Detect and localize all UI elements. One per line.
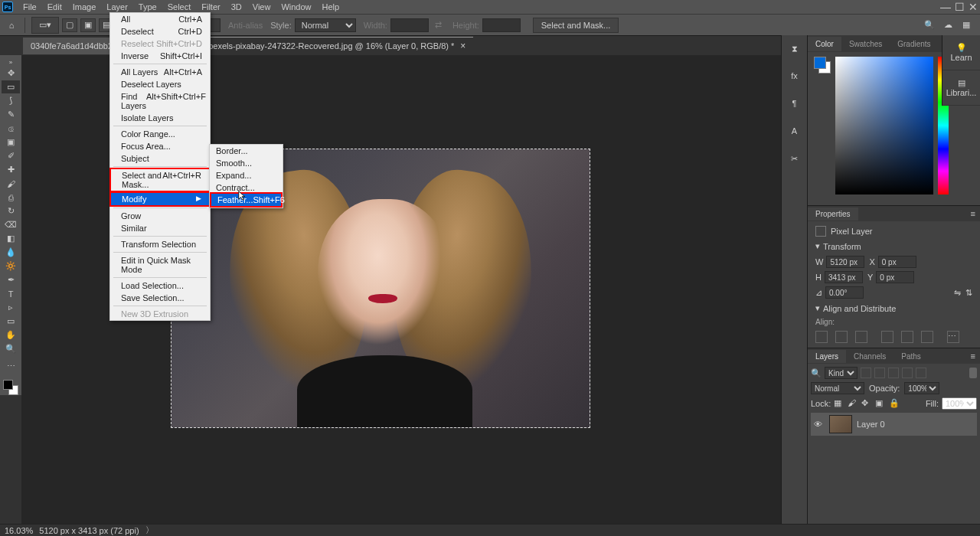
close-icon[interactable]: × (460, 41, 466, 51)
stamp-tool-icon[interactable]: ⎙ (2, 191, 20, 204)
paragraph-icon[interactable]: ¶ (788, 96, 802, 110)
menu-item-color-range-[interactable]: Color Range... (110, 128, 210, 140)
move-tool-icon[interactable]: ✥ (2, 67, 20, 80)
menu-image[interactable]: Image (67, 1, 102, 13)
workspace-icon[interactable]: ▦ (960, 19, 972, 31)
adjustments-icon[interactable]: ✂ (788, 152, 802, 165)
history-brush-tool-icon[interactable]: ↻ (2, 204, 20, 217)
menu-item-edit-in-quick-mask-mode[interactable]: Edit in Quick Mask Mode (110, 254, 210, 276)
menu-3d[interactable]: 3D (226, 1, 247, 13)
menu-item-all[interactable]: AllCtrl+A (110, 13, 210, 25)
style-select[interactable]: Normal (295, 18, 356, 32)
menu-item-transform-selection[interactable]: Transform Selection (110, 238, 210, 250)
color-swatch[interactable] (3, 380, 18, 395)
visibility-icon[interactable]: 👁 (814, 420, 825, 429)
fill-select[interactable]: 100% (942, 397, 977, 410)
align-more-icon[interactable]: ⋯ (947, 331, 959, 343)
tab-layers[interactable]: Layers (808, 350, 846, 363)
filter-smart-icon[interactable] (916, 368, 926, 378)
align-bottom-icon[interactable] (921, 331, 933, 343)
menu-item-select-and-mask-[interactable]: Select and Mask...Alt+Ctrl+R (109, 168, 211, 192)
maximize-button[interactable]: ☐ (952, 0, 966, 14)
panel-menu-icon[interactable]: ≡ (966, 351, 980, 361)
add-selection-icon[interactable]: ▣ (80, 18, 96, 32)
select-and-mask-button[interactable]: Select and Mask... (533, 18, 619, 33)
tab-paths[interactable]: Paths (893, 350, 929, 363)
menu-item-save-selection-[interactable]: Save Selection... (110, 292, 210, 304)
quick-select-tool-icon[interactable]: ✎ (2, 108, 20, 121)
align-top-icon[interactable] (881, 331, 893, 343)
lock-artboard-icon[interactable]: ▣ (875, 398, 886, 409)
blur-tool-icon[interactable]: 💧 (2, 246, 20, 259)
menu-filter[interactable]: Filter (196, 1, 225, 13)
filter-adjust-icon[interactable] (874, 368, 885, 378)
tool-preset[interactable]: ▭▾ (31, 17, 59, 34)
crop-tool-icon[interactable]: ⟃ (2, 122, 20, 135)
y-field[interactable] (876, 271, 914, 283)
tab-gradients[interactable]: Gradients (890, 37, 938, 51)
submenu-item-feather-[interactable]: Feather...Shift+F6 (210, 192, 283, 208)
menu-select[interactable]: Select (162, 1, 197, 13)
angle-field[interactable] (825, 286, 864, 299)
menu-help[interactable]: Help (317, 1, 345, 13)
menu-item-similar[interactable]: Similar (110, 222, 210, 234)
libraries-button[interactable]: ▤Librari... (942, 70, 980, 106)
effects-icon[interactable]: fx (788, 69, 802, 83)
expand-toolbar-icon[interactable]: » (2, 58, 20, 66)
layer-item[interactable]: 👁 Layer 0 (811, 413, 977, 436)
lock-trans-icon[interactable]: ▦ (834, 398, 844, 409)
filter-toggle[interactable] (969, 368, 977, 378)
flip-v-icon[interactable]: ⇅ (965, 288, 972, 298)
menu-file[interactable]: File (18, 1, 42, 13)
menu-type[interactable]: Type (133, 1, 162, 13)
type-tool-icon[interactable]: T (2, 287, 20, 300)
lock-all-icon[interactable]: 🔒 (889, 398, 900, 409)
menu-item-modify[interactable]: Modify▶ (109, 191, 211, 207)
flip-h-icon[interactable]: ⇋ (954, 288, 961, 298)
color-preview-swatch[interactable] (814, 57, 831, 74)
edit-toolbar-icon[interactable]: ⋯ (2, 360, 20, 373)
healing-tool-icon[interactable]: ✚ (2, 163, 20, 176)
layer-filter-select[interactable]: Kind (825, 367, 858, 379)
learn-button[interactable]: 💡Learn (942, 35, 980, 70)
zoom-tool-icon[interactable]: 🔍 (2, 342, 20, 355)
x-field[interactable] (878, 256, 916, 268)
menu-item-deselect-layers[interactable]: Deselect Layers (110, 78, 210, 90)
marquee-tool-icon[interactable]: ▭ (2, 80, 20, 93)
foreground-color[interactable] (3, 380, 13, 390)
frame-tool-icon[interactable]: ▣ (2, 136, 20, 149)
brush-tool-icon[interactable]: 🖌 (2, 177, 20, 190)
minimize-button[interactable]: — (939, 0, 952, 14)
menu-edit[interactable]: Edit (42, 1, 67, 13)
align-center-v-icon[interactable] (901, 331, 913, 343)
search-icon[interactable]: 🔍 (923, 19, 936, 31)
lasso-tool-icon[interactable]: ⟆ (2, 94, 20, 107)
align-right-icon[interactable] (855, 331, 867, 343)
eyedropper-tool-icon[interactable]: ✐ (2, 149, 20, 162)
menu-item-deselect[interactable]: DeselectCtrl+D (110, 25, 210, 38)
menu-view[interactable]: View (247, 1, 276, 13)
menu-layer[interactable]: Layer (101, 1, 133, 13)
tab-channels[interactable]: Channels (846, 350, 893, 363)
menu-item-isolate-layers[interactable]: Isolate Layers (110, 112, 210, 124)
filter-shape-icon[interactable] (902, 368, 913, 378)
color-picker-field[interactable] (835, 57, 933, 194)
submenu-item-expand-[interactable]: Expand... (210, 169, 283, 181)
gradient-tool-icon[interactable]: ◧ (2, 232, 20, 245)
menu-item-inverse[interactable]: InverseShift+Ctrl+I (110, 50, 210, 62)
panel-menu-icon[interactable]: ≡ (966, 209, 980, 218)
pen-tool-icon[interactable]: ✒ (2, 273, 20, 286)
filter-pixel-icon[interactable] (861, 368, 871, 378)
new-selection-icon[interactable]: ▢ (62, 18, 77, 32)
align-left-icon[interactable] (815, 331, 828, 343)
filter-text-icon[interactable] (888, 368, 899, 378)
menu-item-grow[interactable]: Grow (110, 210, 210, 222)
align-center-h-icon[interactable] (835, 331, 848, 343)
tab-color[interactable]: Color (808, 37, 841, 51)
tab-swatches[interactable]: Swatches (841, 37, 890, 51)
height-field[interactable] (825, 271, 863, 283)
menu-item-subject[interactable]: Subject (110, 152, 210, 165)
submenu-item-border-[interactable]: Border... (210, 145, 283, 157)
close-button[interactable]: ✕ (966, 0, 980, 14)
layer-name[interactable]: Layer 0 (857, 420, 885, 429)
